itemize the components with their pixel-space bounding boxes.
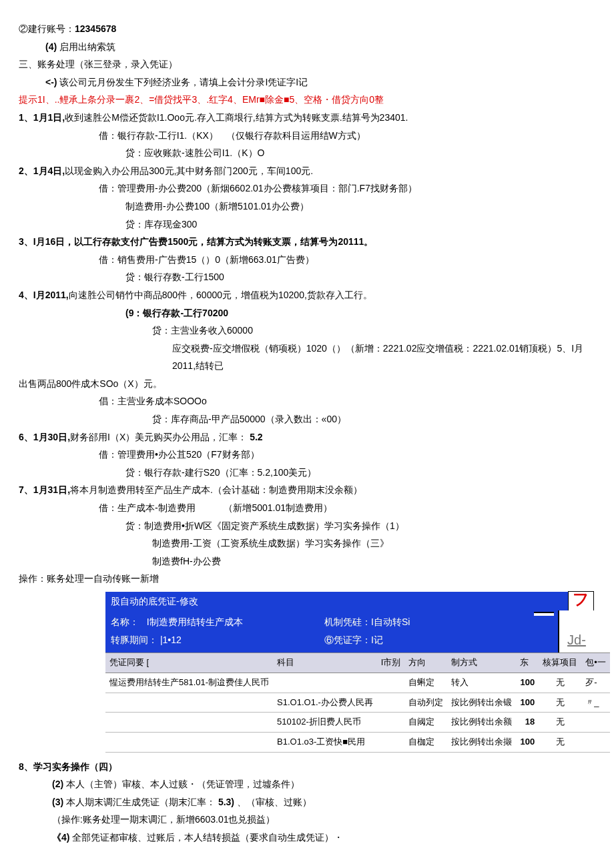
col-mode: 制方式 <box>447 653 516 673</box>
col-pkg: 包•一 <box>581 653 610 673</box>
entry-1-dr: 借：银行存款-工行I1.（KX） （仅银行存款科目运用结W方式） <box>19 127 594 145</box>
col-accounting: 核算项目 <box>539 653 581 673</box>
entry-7-cr2: 制造费用-工资（工资系统生成数据）学习实务操作（三》 <box>19 534 594 552</box>
entry-4-cr1: 贷：主营业务收入60000 <box>19 322 594 340</box>
name-label: 名称： <box>111 616 139 627</box>
table-row: S1.O1.O1.-办公费人民再 自动列定按比例转出余锻 100无〃_ <box>105 693 610 713</box>
period-label: 转豚期间： <box>111 634 158 645</box>
entry-3-dr: 借：销售费用-广告费15（）0（新增663.01广告费） <box>19 251 594 269</box>
entry-4-cr2: 应交税费-应交增假税（销项税）1020（）（新增：2221.02应交增值税：22… <box>19 340 594 375</box>
hint-line: 提示1I、..鲤承上条分录一裹2、=借贷找平3、.红字4、EMr■除金■5、空格… <box>19 91 594 109</box>
table-row: 510102-折旧费人民币 自阈定按比例转出余额 18无 <box>105 713 610 733</box>
col-east: 东 <box>516 653 539 673</box>
dialog-auto-voucher: 股自动的底凭证-修改 フ 名称： I制造费用结转生产成本 转豚期间： |1•12… <box>105 592 594 653</box>
entry-7-cr3: 制造费fH-办公费 <box>19 552 594 570</box>
col-summary: 凭证同要 [ <box>105 653 273 673</box>
entry-8-head: 8、学习实务操作（四） <box>19 758 594 776</box>
name-value: I制造费用结转生产成本 <box>147 616 243 627</box>
entry-8-l4: 《4) 全部凭证都审核、过账后，本人结转损益（要求自动生成凭证）・ <box>19 829 594 847</box>
entry-6-dr: 借：管理费用•办公苴520（F7财务部） <box>19 446 594 464</box>
entry-8-l1: (2) 本人（主管）审核、本人过赅・（凭证管理，过墟条件） <box>19 775 594 793</box>
col-subject: 科目 <box>273 653 377 673</box>
close-glyph[interactable]: フ <box>568 591 594 611</box>
line-bank-acct: ②建行账号：12345678 <box>19 20 594 38</box>
col-direction: 方向 <box>404 653 447 673</box>
table-row: 惺运费用结转生产581.01-制迨费佳人民币 自蝌定转入 100无歹- <box>105 673 610 693</box>
entry-6-head: 6、1月30日,财务郤用I（X）美元购买办公用品，汇率： 5.2 <box>19 428 594 446</box>
note-line: <-) 该公司元月份发生下列经济业务，请填上会计分录I凭证字I记 <box>19 73 594 91</box>
mech-label: 机制凭硅：I自动转Si <box>324 616 410 627</box>
dialog-title: 股自动的底凭证-修改 <box>105 592 198 610</box>
entry-6-cr: 贷：银行存款-建行S20（汇率：5.2,100美元） <box>19 464 594 482</box>
line-4-open-cashier: (4) 启用出纳索筑 <box>19 38 594 56</box>
operation-line: 操作：账务处理一自动传账一新增 <box>19 570 594 588</box>
entry-5-cr: 贷：库存商品-甲产品50000（录入数出：«00） <box>19 410 594 428</box>
entry-7-cr1: 货：制造费用•折W区《固定资产系统生成数据）学习实务操作（1） <box>19 517 594 535</box>
entry-5-dr: 倡：主营业务成本SOOOo <box>19 392 594 410</box>
entry-2-head: 2、1月4日,以现金购入办公用品300元,其中财务部门200元，车间100元. <box>19 162 594 180</box>
entry-3-cr: 贷：银行存数-工行1500 <box>19 268 594 286</box>
entry-2-dr1: 借：管理费用-办公费200（新烟6602.01办公费核算项目：部门.F7找财务部… <box>19 179 594 197</box>
entry-7-head: 7、1月31日,将本月制造费用转至产品生产成本.（会计基础：制造费用期末没余额） <box>19 481 594 499</box>
jd-slot: Jd- <box>558 610 594 653</box>
grid-header-row: 凭证同要 [ 科目 I市别 方向 制方式 东 核算项目 包•一 <box>105 653 610 673</box>
voucher-grid: 凭证同要 [ 科目 I市别 方向 制方式 东 核算项目 包•一 惺运费用结转生产… <box>105 653 610 752</box>
section-3-title: 三、账务处理（张三登录，录入凭证） <box>19 55 594 73</box>
period-value: |1•12 <box>160 634 182 645</box>
entry-8-l3: （操作:账务处理一期末调汇，新增6603.01也兑损益） <box>19 811 594 829</box>
entry-8-l2: (3) 本人期末调汇生成凭证（期末汇率： 5.3) 、（审核、过账） <box>19 793 594 811</box>
entry-4-dr: (9：银行存款-工行70200 <box>19 304 594 322</box>
entry-7-dr: 借：生产成本-制造费用 （新增5001.01制造费用） <box>19 499 594 517</box>
entry-1-cr: 贷：应收账款-速胜公司I1.（K）O <box>19 144 594 162</box>
entry-1-head: 1、1月1日,收到速胜公M偿还货款I1.Ooo元.存入工商垠行,结算方式为转账支… <box>19 109 594 127</box>
col-currency: I市别 <box>377 653 405 673</box>
entry-2-cr: 贷：库存现金300 <box>19 215 594 234</box>
entry-3-head: 3、I月16日，以工行存款支付广告费1500元，结算方式为转账支票，结算号为20… <box>19 233 594 251</box>
table-row: B1.O1.o3-工资快■民用 自枷定按比例转出余撷 100无 <box>105 732 610 752</box>
dialog-titlebar: 股自动的底凭证-修改 フ <box>105 592 594 610</box>
entry-5-tail: 出售两品800件成木SOo（X）元。 <box>19 375 594 393</box>
dialog-body: 名称： I制造费用结转生产成本 转豚期间： |1•12 机制凭硅：I自动转Si … <box>105 610 594 653</box>
vz-label: ⑥凭证字：I记 <box>324 634 383 645</box>
entry-4-head: 4、I月2011,向速胜公司销竹中商品800件，60000元，增值税为10200… <box>19 286 594 304</box>
entry-2-dr2: 制造费用-办公费100（新增5101.01办公费） <box>19 197 594 215</box>
